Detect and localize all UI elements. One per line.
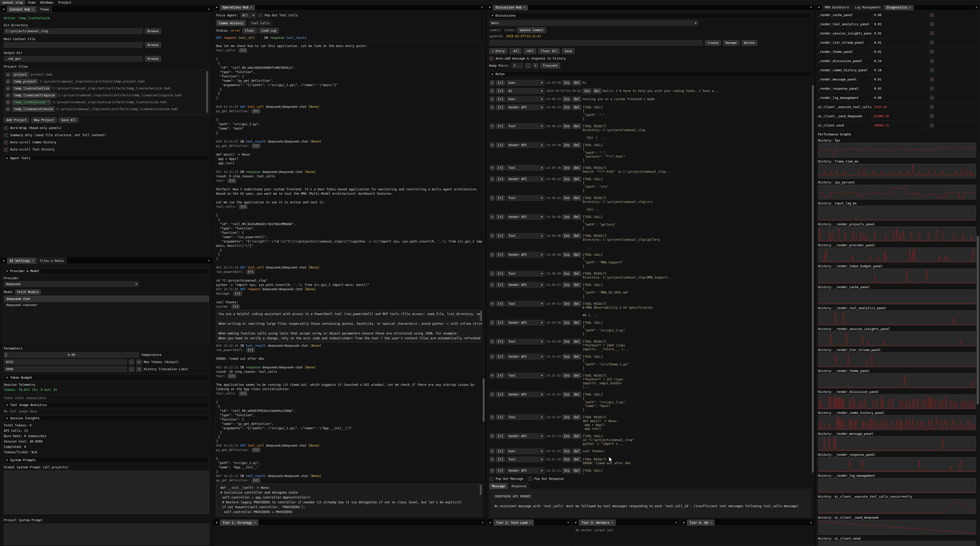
close-icon[interactable]: ×	[32, 259, 34, 262]
expand-row-button[interactable]: [+]	[496, 339, 505, 344]
delete-button[interactable]: Del	[573, 142, 581, 148]
delete-button[interactable]: Del	[573, 434, 581, 439]
expand-row-button[interactable]: [+]	[496, 124, 505, 129]
role-select[interactable]: Vendor API▼	[506, 468, 545, 473]
keep-pairs-minus-button[interactable]: -	[525, 63, 531, 68]
insert-button[interactable]: Ins	[563, 214, 571, 219]
remove-file-button[interactable]: x	[6, 79, 10, 84]
create-button[interactable]: Create	[705, 40, 721, 46]
expand-row-button[interactable]: [+]	[496, 271, 505, 276]
expand-row-button[interactable]: [+]	[496, 449, 505, 454]
expand-row-button[interactable]: [+]	[496, 142, 505, 148]
role-select[interactable]: Tool▼	[506, 271, 545, 276]
expand-button[interactable]: [+]	[251, 478, 260, 483]
delete-button[interactable]: Del	[573, 105, 581, 110]
keep-pairs-plus-button[interactable]: +	[533, 63, 538, 68]
add-row-button[interactable]: +	[490, 301, 495, 307]
close-icon[interactable]: ×	[32, 8, 34, 11]
role-select[interactable]: Vendor API▼	[506, 433, 545, 439]
timing-checkbox[interactable]	[930, 96, 934, 100]
output-browse-button[interactable]: Browse	[145, 56, 161, 62]
expand-row-button[interactable]: [+]	[496, 165, 505, 171]
project-file-button[interactable]: temp_project	[12, 79, 38, 84]
delete-button[interactable]: Del	[573, 195, 581, 201]
expand-button[interactable]: [+]	[228, 179, 236, 183]
add-row-button[interactable]: +	[490, 415, 495, 420]
expand-row-button[interactable]: [+]	[496, 80, 505, 85]
expand-row-button[interactable]: [+]	[496, 177, 505, 182]
collapse-icon[interactable]: ▼	[487, 519, 493, 525]
timing-checkbox[interactable]	[930, 123, 934, 128]
insert-button[interactable]: Ins	[563, 142, 571, 148]
role-select[interactable]: Vendor API▼	[506, 214, 545, 220]
remove-file-button[interactable]: x	[6, 72, 10, 77]
window-close-icon[interactable]: ×	[808, 519, 815, 525]
token-budget-header[interactable]: ▼Token Budget	[4, 375, 209, 381]
tab-comms-history[interactable]: Comms History	[216, 20, 246, 26]
insert-button[interactable]: Ins	[563, 252, 571, 257]
add-row-button[interactable]: +	[490, 468, 495, 473]
tab-response[interactable]: Response	[509, 483, 529, 489]
session-insights-header[interactable]: ▼Session Insights	[4, 415, 209, 421]
add-row-button[interactable]: +	[490, 165, 495, 171]
role-select[interactable]: Tool▼	[506, 165, 545, 171]
role-select[interactable]: Vendor API▼	[506, 104, 545, 110]
delete-button[interactable]: Del	[593, 88, 601, 94]
role-select[interactable]: Vendor API▼	[506, 252, 545, 257]
window-close-icon[interactable]: ×	[673, 519, 679, 525]
scrollbar[interactable]	[482, 49, 485, 517]
insert-button[interactable]: Ins	[563, 373, 571, 378]
role-select[interactable]: Tool▼	[506, 414, 545, 420]
expand-button[interactable]: [+]	[231, 305, 240, 309]
delete-button[interactable]: Del	[573, 415, 581, 420]
expand-row-button[interactable]: [+]	[496, 252, 505, 257]
timing-checkbox[interactable]	[930, 86, 934, 91]
delete-button[interactable]: Del	[573, 214, 581, 219]
add-row-button[interactable]: +	[490, 392, 495, 397]
expand-row-button[interactable]: [+]	[496, 392, 505, 397]
delete-button[interactable]: Del	[573, 271, 581, 276]
role-select[interactable]: Vendor API▼	[506, 320, 545, 326]
insert-button[interactable]: Ins	[563, 449, 571, 454]
delete-button[interactable]: Del	[573, 165, 581, 171]
project-file-button[interactable]: temp_liveaisettingssim	[12, 93, 57, 98]
add-row-button[interactable]: +	[490, 124, 495, 129]
project-file-button[interactable]: temp_livecontextsim	[12, 86, 51, 91]
expand-button[interactable]: [+]	[239, 204, 248, 209]
insert-button[interactable]: Ins	[563, 124, 571, 129]
menu-item-view[interactable]: View	[25, 0, 38, 5]
timing-checkbox[interactable]	[930, 114, 934, 118]
main-context-browse-button[interactable]: Browse	[145, 42, 161, 48]
update-commit-button[interactable]: Update Commit	[517, 27, 546, 33]
collapse-icon[interactable]: ▼	[1, 6, 7, 12]
expand-row-button[interactable]: [+]	[496, 105, 505, 110]
git-directory-input[interactable]: C:\projects\manual_slop	[4, 28, 143, 34]
add-row-button[interactable]: +	[490, 320, 495, 325]
agent-tools-header[interactable]: ▶ Agent Tools	[4, 155, 209, 161]
expand-row-button[interactable]: [+]	[496, 301, 505, 307]
role-select[interactable]: User▼	[506, 96, 545, 102]
window-close-icon[interactable]: ×	[205, 257, 212, 264]
expand-button[interactable]: [+]	[239, 391, 248, 396]
delete-button[interactable]: Del	[573, 468, 581, 473]
timing-checkbox[interactable]	[930, 22, 934, 26]
temperature-slider[interactable]: 0.00	[4, 352, 139, 358]
slider-grab[interactable]	[5, 353, 7, 357]
discussion-select[interactable]: main▼	[489, 20, 698, 26]
collapse-icon[interactable]: ▼	[1, 257, 7, 264]
delete-button[interactable]: Del	[573, 339, 581, 344]
provider-select[interactable]: deepseek ▼	[4, 281, 139, 287]
clear-all-button[interactable]: Clear All	[538, 48, 560, 54]
tab-tool-calls[interactable]: Tool Calls	[248, 20, 272, 26]
add-row-button[interactable]: +	[490, 88, 495, 94]
close-icon[interactable]: ×	[254, 521, 256, 524]
scrollbar-thumb[interactable]	[480, 311, 482, 321]
add-row-button[interactable]: +	[490, 105, 495, 110]
role-select[interactable]: Tool▼	[506, 301, 545, 307]
expand-row-button[interactable]: [+]	[496, 373, 505, 378]
insert-button[interactable]: Ins	[563, 165, 571, 171]
expand-row-button[interactable]: [+]	[496, 233, 505, 238]
timing-checkbox[interactable]	[930, 59, 934, 63]
role-select[interactable]: Tool▼	[506, 233, 545, 239]
add-row-button[interactable]: +	[490, 434, 495, 439]
